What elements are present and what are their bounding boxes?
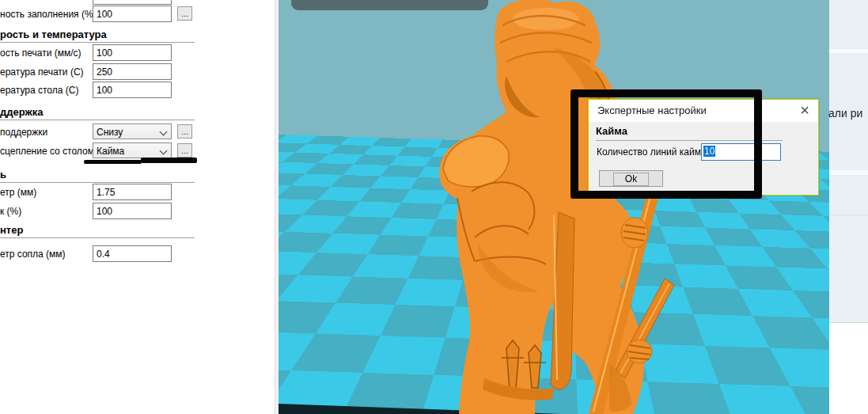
nozzle-size-label: етр сопла (мм) xyxy=(0,246,66,262)
section-support: ддержка xyxy=(0,106,195,120)
right-panel-divider xyxy=(829,49,868,53)
annotation-underline-right xyxy=(141,158,197,163)
print-temp-input[interactable] xyxy=(93,63,172,80)
flow-label: к (%) xyxy=(0,203,21,219)
fill-density-more-button[interactable]: ... xyxy=(177,6,192,21)
annotation-underline-left xyxy=(84,160,142,164)
3d-viewport[interactable] xyxy=(279,0,829,414)
print-speed-input[interactable] xyxy=(93,44,172,61)
right-panel-cut-text: али ри xyxy=(828,107,862,120)
settings-panel: ность заполнения (%) ... рость и темпера… xyxy=(0,0,275,414)
close-icon[interactable]: × xyxy=(796,101,813,120)
annotation-rectangle xyxy=(570,89,762,199)
flow-input[interactable] xyxy=(93,203,172,219)
print-speed-label: ость печати (мм/с) xyxy=(0,45,81,61)
support-type-label: поддержки xyxy=(0,124,47,140)
chevron-down-icon xyxy=(160,147,168,155)
support-type-value: Снизу xyxy=(97,126,123,139)
section-printer: нтер xyxy=(0,224,195,238)
model-figure[interactable] xyxy=(279,0,829,414)
nozzle-size-input[interactable] xyxy=(93,245,172,262)
fill-density-input[interactable] xyxy=(93,6,172,22)
print-temp-label: ература печати (C) xyxy=(0,64,84,80)
bed-adhesion-value: Кайма xyxy=(97,145,124,158)
app-window: ность заполнения (%) ... рость и темпера… xyxy=(0,0,868,414)
chevron-down-icon xyxy=(160,128,168,136)
bed-adhesion-label: сцепление со столом xyxy=(0,143,94,159)
adhesion-more-button[interactable]: ... xyxy=(177,143,192,158)
right-panel-hairline xyxy=(829,215,868,215)
fill-density-label: ность заполнения (%) xyxy=(0,6,97,22)
support-type-select[interactable]: Снизу xyxy=(93,123,172,139)
bed-adhesion-select[interactable]: Кайма xyxy=(93,142,172,158)
filament-diameter-label: етр (мм) xyxy=(0,184,36,200)
section-speed-temperature: рость и температура xyxy=(0,28,195,43)
bed-temp-input[interactable] xyxy=(93,82,172,98)
right-panel-divider xyxy=(829,170,868,175)
filament-diameter-input[interactable] xyxy=(93,184,172,200)
cutoff-top-field[interactable] xyxy=(93,0,172,5)
right-panel: али ри xyxy=(829,0,868,414)
section-filament: ь xyxy=(0,169,195,183)
support-more-button[interactable]: ... xyxy=(177,124,192,139)
bed-temp-label: ература стола (C) xyxy=(0,82,78,98)
